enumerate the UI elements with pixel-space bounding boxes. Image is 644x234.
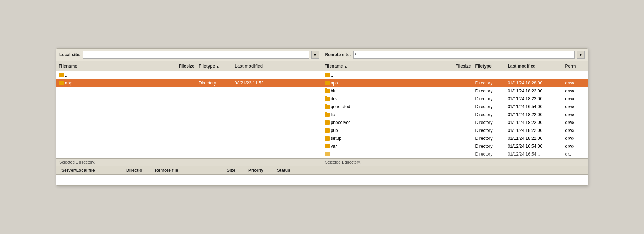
table-row[interactable]: setup Directory 01/11/24 18:22:00 drwx <box>322 134 588 142</box>
table-row[interactable]: Directory 01/12/24 16:54... dr.. <box>322 150 588 158</box>
remote-status-bar: Selected 1 directory. <box>322 158 588 166</box>
panes-row: Local site: ▼ Filename Filesize Filetype… <box>56 49 588 166</box>
local-filetype-sort: ▲ <box>216 65 220 68</box>
remote-site-input[interactable] <box>353 51 575 59</box>
remote-site-label: Remote site: <box>325 52 351 57</box>
table-row[interactable]: lib Directory 01/11/24 18:22:00 drwx <box>322 111 588 119</box>
folder-icon <box>325 128 330 133</box>
remote-file-list[interactable]: .. app <box>322 71 588 158</box>
local-col-filetype[interactable]: Filetype ▲ <box>197 64 233 69</box>
table-row[interactable]: .. <box>322 71 588 79</box>
folder-icon <box>325 136 330 141</box>
remote-col-filename[interactable]: Filename ▲ <box>322 64 448 69</box>
folder-icon <box>325 105 330 109</box>
local-site-input[interactable] <box>83 51 309 59</box>
bottom-col-server[interactable]: Server/Local file <box>59 168 124 173</box>
local-site-bar: Local site: ▼ <box>56 49 322 61</box>
remote-filename-cell: .. <box>322 73 448 78</box>
folder-icon <box>325 144 330 148</box>
local-lastmod-cell: 08/21/23 11:52... <box>233 81 290 86</box>
bottom-col-remote[interactable]: Remote file <box>153 168 225 173</box>
bottom-col-size[interactable]: Size <box>225 168 246 173</box>
bottom-col-status[interactable]: Status <box>275 168 585 173</box>
folder-icon <box>325 113 330 117</box>
local-site-label: Local site: <box>59 52 80 57</box>
table-row[interactable]: generated Directory 01/11/24 16:54:00 dr… <box>322 103 588 111</box>
main-container: Local site: ▼ Filename Filesize Filetype… <box>56 48 588 186</box>
remote-filename-sort: ▲ <box>344 65 348 68</box>
table-row[interactable]: pub Directory 01/11/24 18:22:00 drwx <box>322 127 588 134</box>
remote-site-bar: Remote site: ▼ <box>322 49 588 61</box>
table-row[interactable]: dev Directory 01/11/24 18:22:00 drwx <box>322 95 588 103</box>
table-row[interactable]: app Directory 08/21/23 11:52... <box>56 79 322 87</box>
local-file-list[interactable]: .. app Directory <box>56 71 322 158</box>
remote-col-headers: Filename ▲ Filesize Filetype Last modifi… <box>322 61 588 71</box>
table-row[interactable]: bin Directory 01/11/24 18:22:00 drwx <box>322 87 588 95</box>
remote-col-perm[interactable]: Perm <box>563 64 588 69</box>
folder-icon <box>325 89 330 93</box>
folder-icon <box>59 73 64 77</box>
bottom-col-headers: Server/Local file Directio Remote file S… <box>56 166 588 175</box>
local-filename-cell: .. <box>56 73 171 78</box>
bottom-col-priority[interactable]: Priority <box>246 168 275 173</box>
local-col-lastmod[interactable]: Last modified <box>233 64 290 69</box>
local-col-filename[interactable]: Filename <box>56 64 171 69</box>
table-row[interactable]: phpserver Directory 01/11/24 18:22:00 dr… <box>322 119 588 127</box>
folder-icon <box>325 97 330 101</box>
local-filename-cell: app <box>56 81 171 86</box>
local-site-dropdown[interactable]: ▼ <box>311 51 319 59</box>
folder-icon <box>325 120 330 125</box>
remote-col-filesize[interactable]: Filesize <box>448 64 473 69</box>
bottom-col-direction[interactable]: Directio <box>124 168 153 173</box>
folder-icon <box>325 152 330 156</box>
local-col-headers: Filename Filesize Filetype ▲ Last modifi… <box>56 61 322 71</box>
remote-pane: Remote site: ▼ Filename ▲ Filesize Filet… <box>322 49 588 166</box>
remote-col-lastmod[interactable]: Last modified <box>506 64 563 69</box>
table-row[interactable]: .. <box>56 71 322 79</box>
local-col-filesize[interactable]: Filesize <box>171 64 197 69</box>
folder-icon <box>325 81 330 85</box>
local-filetype-cell: Directory <box>197 81 233 86</box>
table-row[interactable]: app Directory 01/11/24 18:28:00 drwx <box>322 79 588 87</box>
local-status-bar: Selected 1 directory. <box>56 158 322 166</box>
folder-icon <box>59 81 64 85</box>
table-row[interactable]: var Directory 01/12/24 16:54:00 drwx <box>322 142 588 150</box>
bottom-panel: Server/Local file Directio Remote file S… <box>56 166 588 185</box>
folder-icon <box>325 73 330 77</box>
remote-filename-cell: app <box>322 81 448 86</box>
remote-col-filetype[interactable]: Filetype <box>473 64 506 69</box>
local-pane: Local site: ▼ Filename Filesize Filetype… <box>56 49 322 166</box>
bottom-empty-area <box>56 175 588 185</box>
remote-site-dropdown[interactable]: ▼ <box>577 51 585 59</box>
